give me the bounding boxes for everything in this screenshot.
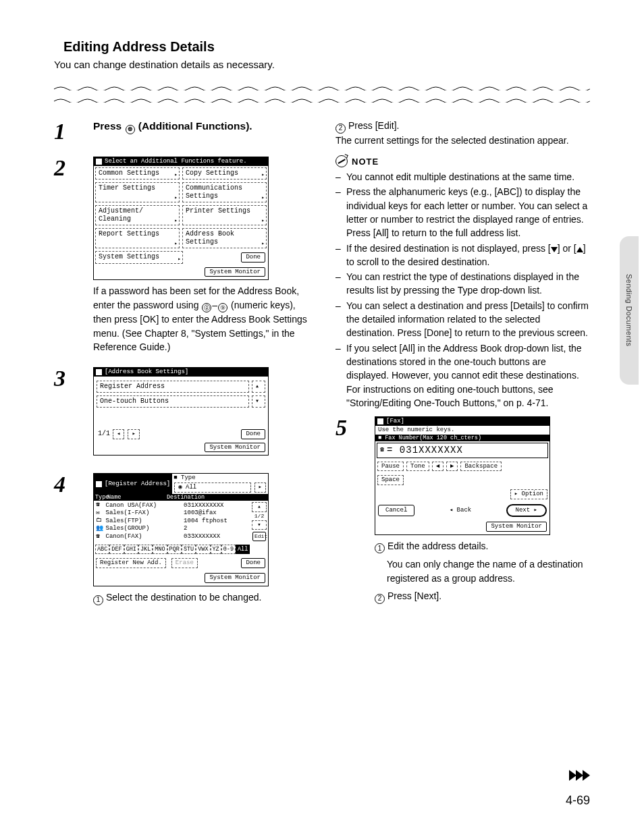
alpha-all[interactable]: All [236,545,250,554]
circled-2-icon: 2 [375,594,385,604]
fax-number-field[interactable]: ☎ = 031XXXXXXX [377,443,548,458]
table-row[interactable]: 🗀Sales(FTP)1004 ftphost [95,517,250,525]
right-line2: The current settings for the selected de… [336,135,569,146]
item-register-address[interactable]: Register Address [97,381,249,393]
step4-breadcrumb: [Register Address] [105,480,170,488]
step-number-2: 2 [54,157,81,180]
erase-button[interactable]: Erase [171,558,198,568]
gear-icon [96,369,102,375]
alpha-yz[interactable]: YZ [211,545,221,554]
page-prev-button[interactable]: ◂ [113,429,124,439]
page-number: 4-69 [566,794,590,808]
step5-breadcrumb: [Fax] [386,418,404,425]
tone-button[interactable]: Tone [406,462,429,472]
space-button[interactable]: Space [377,475,404,485]
step4-page: 1/2 [251,513,267,520]
alpha-mno[interactable]: MNO [153,545,167,554]
alpha-jkl[interactable]: JKL [138,545,153,554]
cell-timer[interactable]: Timer Settings▸ [95,182,180,202]
alpha-filter-row: ABC DEF GHI JKL MNO PQR STU VWX YZ 0-9 A… [94,543,268,555]
up-triangle-icon [576,247,583,252]
cursor-right-button[interactable]: ▶ [446,462,458,472]
step2-done-button[interactable]: Done [241,252,265,263]
step-number-3: 3 [54,367,81,390]
list-up-button[interactable]: ▴ [252,502,267,512]
type-dropdown[interactable]: ◉ All [174,482,250,493]
note-label-text: NOTE [352,157,379,167]
scroll-up-button[interactable]: ▴ [252,381,265,393]
list-down-button[interactable]: ▾ [252,520,267,530]
step-2: 2 Select an Additional Functions feature… [54,155,308,354]
step2-panel-title: Select an Additional Functions feature. [105,158,247,165]
gear-icon [96,159,102,165]
cancel-button[interactable]: Cancel [378,505,414,516]
step5-caption-1-note: You can only change the name of a destin… [387,557,590,585]
fax-icon: ☎ [95,533,101,541]
step4-sysmon-button[interactable]: System Monitor [205,573,265,583]
wavy-divider [54,81,590,92]
step1-suffix: (Additional Functions). [136,120,252,132]
circled-2-icon: 2 [336,123,346,134]
step-number-1: 1 [54,120,81,143]
intro-text: You can change destination details as ne… [54,59,590,70]
alpha-ghi[interactable]: GHI [124,545,138,554]
register-new-button[interactable]: Register New Add. [96,558,166,568]
step4-table: ☎Canon USA(FAX)031XXXXXXXX ✉Sales(I-FAX)… [95,501,250,541]
alpha-pqr[interactable]: PQR [167,545,182,554]
table-row[interactable]: ✉Sales(I-FAX)1003@ifax [95,509,250,518]
table-row[interactable]: ☎Canon USA(FAX)031XXXXXXXX [95,501,250,509]
section-title: Editing Address Details [63,39,590,55]
step-4: 4 [Register Address] ■ Type ◉ All▸ Type [54,472,308,605]
step4-type-label: ■ Type [173,474,267,482]
step3-done-button[interactable]: Done [241,429,265,439]
edit-button[interactable]: Edit [252,532,266,541]
cell-adjust[interactable]: Adjustment/ Cleaning▸ [95,205,180,225]
item-onetouch[interactable]: One-touch Buttons [97,395,249,408]
type-expand-button[interactable]: ▸ [254,482,266,493]
note-item: If you select [All] in the Address Book … [336,341,590,410]
numeric-key-0-icon: ⓪ [202,303,211,312]
table-row[interactable]: ☎Canon(FAX)033XXXXXXX [95,533,250,541]
alpha-abc[interactable]: ABC [95,545,109,554]
step2-paragraph: If a password has been set for the Addre… [93,284,308,354]
step5-hint: Use the numeric keys. [375,426,549,435]
back-button[interactable]: Back [457,507,472,514]
pause-button[interactable]: Pause [377,462,404,472]
circled-1-icon: 1 [375,543,385,553]
cell-copy[interactable]: Copy Settings▸ [182,167,267,180]
cursor-left-button[interactable]: ◀ [432,462,444,472]
next-button[interactable]: Next ▸ [506,504,547,517]
step5-field-label: ■ Fax Number(Max 120 ch_cters) [375,435,549,441]
gear-icon [96,481,102,487]
note-item: You cannot edit multiple destinations at… [336,170,590,184]
step4-done-button[interactable]: Done [241,558,265,568]
cell-addrbook[interactable]: Address Book Settings▸ [182,228,267,248]
note-list: You cannot edit multiple destinations at… [336,170,590,410]
numeric-key-9-icon: ⑨ [218,303,227,312]
cell-report[interactable]: Report Settings▸ [95,228,180,248]
page-next-button[interactable]: ▸ [128,429,139,439]
table-row[interactable]: 👥Sales(GROUP)2 [95,525,250,533]
cell-printer[interactable]: Printer Settings▸ [182,205,267,225]
step-3: 3 [Address Book Settings] Register Addre… [54,366,308,460]
step-number-4: 4 [54,473,81,496]
cell-system[interactable]: System Settings▸ [95,251,183,264]
note-icon [336,155,348,167]
step3-sysmon-button[interactable]: System Monitor [205,443,265,453]
step1-prefix: Press [93,120,125,132]
alpha-stu[interactable]: STU [182,545,196,554]
down-triangle-icon [551,247,558,252]
backspace-button[interactable]: Backspace [460,462,502,472]
step5-sysmon-button[interactable]: System Monitor [486,522,547,532]
alpha-def[interactable]: DEF [109,545,124,554]
step2-sysmon-button[interactable]: System Monitor [205,267,265,277]
scroll-down-button[interactable]: ▾ [252,395,265,408]
alpha-09[interactable]: 0-9 [221,545,236,554]
col-head-name: Name [107,494,167,501]
step4-caption: 1Select the destination to be changed. [93,590,308,605]
cell-comm[interactable]: Communications Settings▸ [182,182,267,202]
option-button[interactable]: ▸ Option [510,489,547,499]
alpha-vwx[interactable]: VWX [196,545,210,554]
cell-common[interactable]: Common Settings▸ [95,167,180,180]
ftp-icon: 🗀 [95,517,101,524]
